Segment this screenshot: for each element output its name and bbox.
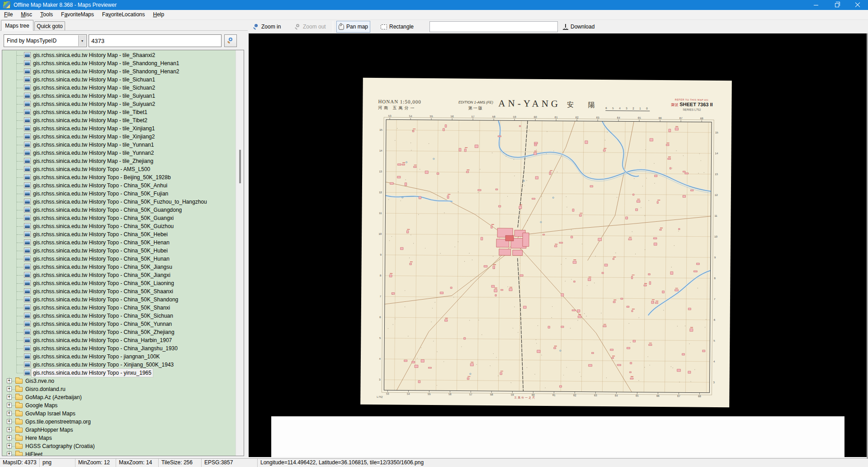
- zoom-in-button[interactable]: + Zoom in: [251, 21, 283, 33]
- tree-item[interactable]: gis.rchss.sinica.edu.tw History Map - ti…: [2, 141, 236, 149]
- folder-icon: [15, 428, 23, 433]
- svg-text:57: 57: [472, 115, 475, 118]
- tree-item[interactable]: gis.rchss.sinica.edu.tw History Topo - C…: [2, 247, 236, 255]
- tree-folder[interactable]: Google Maps: [2, 401, 236, 410]
- svg-text:60: 60: [534, 116, 537, 119]
- svg-text:8: 8: [380, 274, 382, 277]
- zoom-out-button[interactable]: Zoom out: [293, 21, 328, 33]
- tree-folder[interactable]: Here Maps: [2, 434, 236, 442]
- svg-text:12: 12: [379, 191, 382, 194]
- menu-item-misc[interactable]: Misc: [17, 10, 36, 19]
- tree-folder-label: Gps.tile.openstreetmap.org: [24, 418, 92, 426]
- tree-scrollbar[interactable]: [236, 50, 244, 456]
- tree-item[interactable]: gis.rchss.sinica.edu.tw History Topo - C…: [2, 344, 236, 353]
- tree-item[interactable]: gis.rchss.sinica.edu.tw History Topo - C…: [2, 263, 236, 271]
- menu-item-help[interactable]: Help: [149, 10, 169, 19]
- tree-connector: [12, 422, 15, 422]
- tree-folder[interactable]: GraphHopper Maps: [2, 426, 236, 434]
- tree-item[interactable]: gis.rchss.sinica.edu.tw History Map - ti…: [2, 67, 236, 76]
- svg-text:14: 14: [379, 149, 382, 152]
- find-mode-combobox[interactable]: Find by MapsTypeID ▼: [4, 34, 87, 47]
- restore-button[interactable]: [826, 0, 847, 10]
- tree-item[interactable]: gis.rchss.sinica.edu.tw History Topo - C…: [2, 271, 236, 279]
- menu-item-favoritemaps[interactable]: FavoriteMaps: [57, 10, 98, 19]
- tab-maps-tree[interactable]: Maps tree: [1, 20, 33, 31]
- tree-connector: [17, 316, 23, 316]
- tree-item[interactable]: gis.rchss.sinica.edu.tw History Map - ti…: [2, 84, 236, 92]
- tree-item[interactable]: gis.rchss.sinica.edu.tw History Topo - C…: [2, 255, 236, 263]
- rectangle-button[interactable]: Rectangle: [379, 21, 415, 33]
- tree-item[interactable]: gis.rchss.sinica.edu.tw History Topo - C…: [2, 279, 236, 287]
- map-canvas[interactable]: 5353545455555656575758585959606061616262…: [249, 33, 867, 457]
- tree-item[interactable]: gis.rchss.sinica.edu.tw History Topo - C…: [2, 320, 236, 328]
- toolbar-input[interactable]: [429, 21, 558, 32]
- tree-item[interactable]: gis.rchss.sinica.edu.tw History Map - ti…: [2, 124, 236, 133]
- tree-item[interactable]: gis.rchss.sinica.edu.tw History Topo - C…: [2, 181, 236, 190]
- tree-item[interactable]: gis.rchss.sinica.edu.tw History Topo - C…: [2, 295, 236, 304]
- tree-item[interactable]: gis.rchss.sinica.edu.tw History Map - ti…: [2, 51, 236, 59]
- tree-folder-label: Here Maps: [24, 434, 53, 442]
- tree-folder[interactable]: HiFleet: [2, 450, 236, 456]
- tree-item[interactable]: gis.rchss.sinica.edu.tw History Map - ti…: [2, 157, 236, 165]
- tree-item-label: gis.rchss.sinica.edu.tw History Topo - C…: [32, 279, 175, 287]
- search-input[interactable]: [89, 34, 222, 47]
- map-footer-label: L752: [377, 396, 382, 398]
- tree-item[interactable]: gis.rchss.sinica.edu.tw History Topo - C…: [2, 206, 236, 214]
- tab-page-divider: [0, 30, 248, 31]
- tree-item[interactable]: gis.rchss.sinica.edu.tw History Map - ti…: [2, 149, 236, 157]
- status-epsg: EPSG:3857: [202, 459, 258, 467]
- menu-item-tools[interactable]: Tools: [36, 10, 57, 19]
- svg-text:53: 53: [386, 392, 389, 395]
- tree-item[interactable]: gis.rchss.sinica.edu.tw History Map - ti…: [2, 100, 236, 108]
- map-layer-icon: [24, 353, 31, 359]
- pan-map-button[interactable]: Pan map: [336, 21, 370, 33]
- map-layer-icon: [24, 305, 31, 310]
- tree-folder[interactable]: GoMap.Az (Azerbaijan): [2, 393, 236, 401]
- chevron-down-icon[interactable]: ▼: [78, 35, 86, 46]
- tree-item[interactable]: gis.rchss.sinica.edu.tw History Topo - A…: [2, 165, 236, 173]
- tree-item[interactable]: gis.rchss.sinica.edu.tw History Map - ti…: [2, 76, 236, 84]
- tree-connector: [17, 177, 23, 178]
- map-region-label: HONAN 1:50,000 河南 五萬分一: [378, 99, 421, 111]
- tree-item[interactable]: gis.rchss.sinica.edu.tw History Topo - C…: [2, 238, 236, 247]
- tree-item[interactable]: gis.rchss.sinica.edu.tw History Topo - C…: [2, 198, 236, 206]
- menu-item-file[interactable]: File: [0, 10, 17, 19]
- tree-connector: [12, 397, 15, 398]
- tree-folder[interactable]: HGSS Cartography (Croatia): [2, 442, 236, 450]
- tree-scrollbar-thumb[interactable]: [239, 150, 241, 183]
- svg-text:64: 64: [617, 116, 620, 119]
- tree-item[interactable]: gis.rchss.sinica.edu.tw History Topo - j…: [2, 353, 236, 361]
- tree-item[interactable]: gis.rchss.sinica.edu.tw History Topo - C…: [2, 336, 236, 344]
- tree-item[interactable]: gis.rchss.sinica.edu.tw History Topo - X…: [2, 361, 236, 369]
- tree-item[interactable]: gis.rchss.sinica.edu.tw History Map - ti…: [2, 92, 236, 100]
- tree-item[interactable]: gis.rchss.sinica.edu.tw History Topo - y…: [2, 369, 236, 377]
- tree-connector: [17, 243, 23, 243]
- menu-item-favoritelocations[interactable]: FavoriteLocations: [98, 10, 149, 19]
- tab-quick-goto[interactable]: Quick goto: [34, 21, 65, 31]
- tree-item-label: gis.rchss.sinica.edu.tw History Topo - C…: [32, 263, 174, 271]
- tree-item[interactable]: gis.rchss.sinica.edu.tw History Map - ti…: [2, 133, 236, 141]
- minimize-button[interactable]: [806, 0, 826, 10]
- tree-item[interactable]: gis.rchss.sinica.edu.tw History Topo - C…: [2, 328, 236, 336]
- map-layer-icon: [24, 296, 31, 302]
- status-mapsid: MapsID: 4373: [0, 459, 40, 467]
- tree-item[interactable]: gis.rchss.sinica.edu.tw History Map - ti…: [2, 116, 236, 124]
- tree-folder[interactable]: Gisro.donland.ru: [2, 385, 236, 393]
- tree-item[interactable]: gis.rchss.sinica.edu.tw History Topo - C…: [2, 230, 236, 238]
- tree-item[interactable]: gis.rchss.sinica.edu.tw History Topo - C…: [2, 312, 236, 320]
- tree-folder[interactable]: Gps.tile.openstreetmap.org: [2, 418, 236, 426]
- tree-item[interactable]: gis.rchss.sinica.edu.tw History Topo - B…: [2, 173, 236, 181]
- download-button[interactable]: Download: [561, 21, 596, 33]
- search-button[interactable]: [224, 34, 237, 47]
- tree-item[interactable]: gis.rchss.sinica.edu.tw History Topo - C…: [2, 214, 236, 222]
- tree-item[interactable]: gis.rchss.sinica.edu.tw History Topo - C…: [2, 287, 236, 295]
- tree-folder[interactable]: Gis3.nve.no: [2, 377, 236, 385]
- tree-item[interactable]: gis.rchss.sinica.edu.tw History Map - ti…: [2, 59, 236, 67]
- tree-folder[interactable]: GovMap Israel Maps: [2, 410, 236, 418]
- map-layer-icon: [24, 191, 31, 196]
- tree-item[interactable]: gis.rchss.sinica.edu.tw History Topo - C…: [2, 222, 236, 230]
- tree-item[interactable]: gis.rchss.sinica.edu.tw History Topo - C…: [2, 304, 236, 312]
- tree-item[interactable]: gis.rchss.sinica.edu.tw History Map - ti…: [2, 108, 236, 116]
- tree-item[interactable]: gis.rchss.sinica.edu.tw History Topo - C…: [2, 190, 236, 198]
- close-button[interactable]: [847, 0, 868, 10]
